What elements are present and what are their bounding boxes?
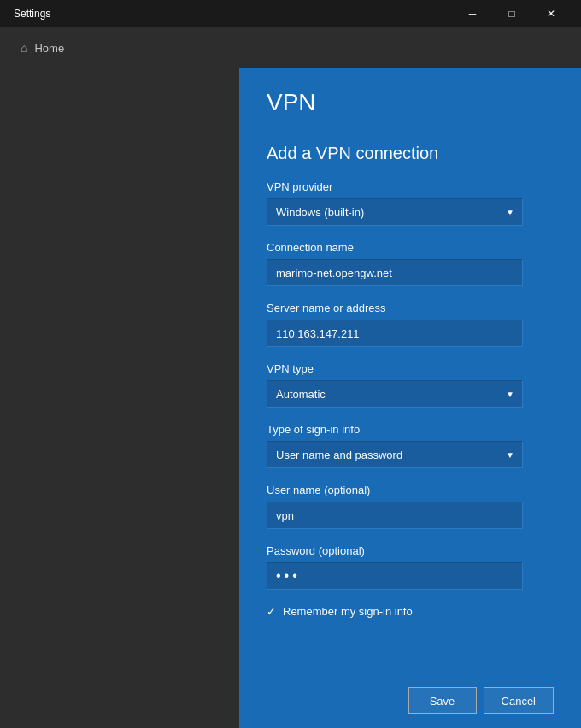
server-name-label: Server name or address (267, 302, 554, 314)
connection-name-input[interactable] (267, 259, 523, 286)
sign-in-type-label: Type of sign-in info (267, 423, 554, 436)
password-group: Password (optional) (267, 544, 554, 590)
vpn-header: VPN (239, 68, 581, 130)
server-name-input[interactable] (267, 320, 523, 347)
username-label: User name (optional) (267, 484, 554, 496)
vpn-provider-group: VPN provider Windows (built-in) ▼ (267, 180, 554, 226)
window-title: Settings (14, 8, 50, 20)
vpn-page-title: VPN (267, 89, 554, 116)
checkmark-icon: ✓ (267, 605, 276, 618)
password-input[interactable] (267, 562, 523, 590)
window: Settings ─ □ ✕ ⌂ Home VPN Add a VPN conn… (0, 0, 581, 728)
sign-in-type-select[interactable]: User name and password Certificate Smart… (267, 441, 523, 468)
remember-signin-group: ✓ Remember my sign-in info (267, 605, 554, 618)
password-label: Password (optional) (267, 544, 554, 557)
button-row: Save Cancel (239, 673, 581, 728)
username-input[interactable] (267, 502, 523, 529)
remember-signin-checkbox-label[interactable]: ✓ Remember my sign-in info (267, 605, 413, 618)
content-area: VPN Add a VPN connection VPN provider Wi… (0, 68, 581, 728)
server-name-group: Server name or address (267, 302, 554, 347)
vpn-provider-label: VPN provider (267, 180, 554, 193)
connection-name-label: Connection name (267, 241, 554, 254)
sidebar (0, 68, 239, 728)
connection-name-group: Connection name (267, 241, 554, 286)
vpn-type-select-wrapper: Automatic PPTP L2TP/IPsec SSTP IKEv2 ▼ (267, 380, 523, 408)
maximize-button[interactable]: □ (492, 0, 531, 27)
main-content: VPN Add a VPN connection VPN provider Wi… (239, 68, 581, 728)
home-icon: ⌂ (21, 41, 27, 55)
sign-in-type-group: Type of sign-in info User name and passw… (267, 423, 554, 468)
vpn-type-select[interactable]: Automatic PPTP L2TP/IPsec SSTP IKEv2 (267, 380, 523, 408)
remember-signin-label: Remember my sign-in info (283, 605, 413, 618)
close-button[interactable]: ✕ (531, 0, 571, 27)
form-title: Add a VPN connection (267, 144, 554, 163)
nav-bar: ⌂ Home (0, 27, 581, 68)
sign-in-type-select-wrapper: User name and password Certificate Smart… (267, 441, 523, 468)
title-bar-controls: ─ □ ✕ (453, 0, 571, 27)
vpn-type-label: VPN type (267, 362, 554, 375)
title-bar: Settings ─ □ ✕ (0, 0, 581, 27)
vpn-provider-select-wrapper: Windows (built-in) ▼ (267, 198, 523, 226)
vpn-provider-select[interactable]: Windows (built-in) (267, 198, 523, 226)
form-container: Add a VPN connection VPN provider Window… (239, 130, 581, 673)
minimize-button[interactable]: ─ (453, 0, 492, 27)
home-label: Home (34, 42, 64, 55)
vpn-type-group: VPN type Automatic PPTP L2TP/IPsec SSTP … (267, 362, 554, 408)
username-group: User name (optional) (267, 484, 554, 529)
cancel-button[interactable]: Cancel (484, 687, 554, 714)
home-nav-item[interactable]: ⌂ Home (14, 38, 71, 58)
save-button[interactable]: Save (408, 687, 477, 714)
